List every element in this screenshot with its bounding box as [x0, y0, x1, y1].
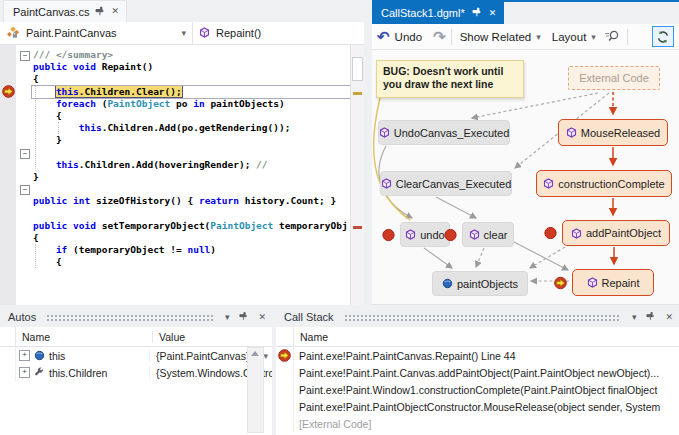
fold-toggle-icon[interactable]: −: [20, 149, 30, 159]
callstack-row[interactable]: Paint.exe!Paint.Window1.constructionComp…: [276, 381, 679, 398]
callstack-row[interactable]: Paint.exe!Paint.PaintObjectConstructor.M…: [276, 398, 679, 415]
undo-icon[interactable]: ↶: [377, 29, 390, 44]
undo-button-label[interactable]: Undo: [395, 31, 423, 43]
gutter-cell: [276, 364, 294, 381]
graph-node-clear[interactable]: clear: [462, 222, 514, 247]
column-header-name[interactable]: Name: [294, 331, 328, 343]
code-editor[interactable]: −/// </summary>public void Repaint(){ th…: [0, 45, 364, 305]
code-line[interactable]: public void setTemporaryObject(PaintObje…: [17, 220, 351, 232]
drag-grip[interactable]: [344, 314, 620, 321]
close-icon[interactable]: ✕: [489, 9, 497, 18]
graph-node-paintobjects[interactable]: paintObjects: [432, 271, 528, 296]
code-line[interactable]: {: [17, 256, 351, 268]
code-line[interactable]: public void Repaint(): [17, 61, 351, 73]
graph-canvas[interactable]: BUG: Doesn't work until you draw the nex…: [372, 50, 679, 305]
graph-node-addpaintobject[interactable]: addPaintObject: [562, 220, 670, 246]
pin-icon[interactable]: [644, 311, 657, 323]
graph-node-clearcanvas-executed[interactable]: ClearCanvas_Executed: [380, 171, 512, 196]
graph-node-constructioncomplete[interactable]: constructionComplete: [536, 170, 672, 197]
graph-node-repaint[interactable]: Repaint: [572, 269, 654, 296]
callstack-row[interactable]: [External Code]: [276, 415, 679, 432]
graph-edge-undo-to-paintobjects[interactable]: [424, 248, 452, 268]
stack-frame-text: Paint.exe!Paint.PaintCanvas.Repaint() Li…: [294, 350, 516, 362]
graph-edge-clear-to-paintobjects[interactable]: [476, 248, 484, 267]
scrollbar-mark-current: [353, 92, 362, 95]
close-icon[interactable]: ✕: [663, 313, 675, 322]
bug-note[interactable]: BUG: Doesn't work until you draw the nex…: [376, 60, 524, 98]
close-icon[interactable]: ✕: [111, 7, 119, 16]
graph-node-undo[interactable]: undo: [400, 222, 450, 247]
callstack-title-bar[interactable]: Call Stack ▾ ✕: [276, 307, 679, 327]
graph-edge-addpaintobject-to-paintobjects[interactable]: [530, 247, 565, 268]
chevron-down-icon[interactable]: ▾: [263, 351, 268, 361]
autos-row[interactable]: +this{Paint.PaintCanvas}▾: [0, 347, 272, 364]
method-icon: [587, 277, 598, 288]
pin-icon[interactable]: [237, 311, 250, 323]
window-position-icon[interactable]: ▾: [630, 313, 639, 322]
editor-scrollbar[interactable]: [350, 45, 364, 305]
zoom-icon[interactable]: [604, 29, 620, 45]
window-position-icon[interactable]: ▾: [223, 313, 232, 322]
method-dropdown[interactable]: Repaint(): [193, 22, 267, 44]
tab-paintcanvas[interactable]: PaintCanvas.cs ✕: [3, 0, 127, 22]
code-line[interactable]: −/// </summary>: [17, 49, 351, 61]
code-line[interactable]: this.Children.Add(po.getRendering());: [17, 122, 351, 134]
tab-callstack-dgml[interactable]: CallStack1.dgml* ✕: [372, 2, 504, 24]
graph-edge-clearcanvas-executed-to-clear[interactable]: [436, 197, 476, 218]
gutter-cell: [0, 364, 16, 381]
code-line[interactable]: this.Children.Clear();: [17, 86, 351, 98]
fold-toggle-icon[interactable]: −: [20, 51, 30, 61]
graph-edge-clear-to-repaint[interactable]: [514, 242, 568, 270]
callstack-row[interactable]: Paint.exe!Paint.PaintCanvas.Repaint() Li…: [276, 347, 679, 364]
code-line[interactable]: −: [17, 183, 351, 195]
graph-edge-note-to-undo[interactable]: [374, 98, 410, 220]
code-line[interactable]: }: [17, 134, 351, 146]
sync-graph-button[interactable]: [652, 26, 674, 47]
show-related-button[interactable]: Show Related ▾: [457, 29, 544, 45]
drag-grip[interactable]: [46, 314, 213, 321]
autos-title-bar[interactable]: Autos ▾ ✕: [0, 307, 272, 327]
class-dropdown[interactable]: Paint.PaintCanvas ▾: [0, 22, 192, 44]
fold-toggle-icon[interactable]: −: [20, 185, 30, 195]
breakpoint-icon[interactable]: [382, 228, 395, 241]
autos-row[interactable]: +this.Children{System.Windows.Controls: [0, 364, 272, 381]
pin-icon[interactable]: [95, 6, 105, 18]
variable-value: {Paint.PaintCanvas}: [156, 350, 249, 362]
code-line[interactable]: {: [17, 73, 351, 85]
code-line[interactable]: public int sizeOfHistory() { reaturn his…: [17, 195, 351, 207]
redo-icon[interactable]: ↷: [433, 29, 446, 44]
column-header-value[interactable]: Value: [153, 331, 272, 343]
autos-panel: Autos ▾ ✕ Name Value +this{Paint.PaintCa…: [0, 307, 272, 435]
code-line[interactable]: {: [17, 110, 351, 122]
code-line[interactable]: {: [17, 232, 351, 244]
code-line[interactable]: if (temporaryObject != null): [17, 244, 351, 256]
close-icon[interactable]: ✕: [256, 313, 268, 322]
layout-button[interactable]: Layout ▾: [549, 29, 599, 45]
code-line[interactable]: this.Children.Add(hoveringRender); //: [17, 159, 351, 171]
code-lines[interactable]: −/// </summary>public void Repaint(){ th…: [17, 49, 351, 305]
code-line[interactable]: [17, 207, 351, 219]
scrollbar-thumb[interactable]: [352, 57, 363, 81]
callstack-header-row: Name: [276, 327, 679, 347]
breakpoint-icon[interactable]: [444, 228, 457, 241]
code-line[interactable]: −: [17, 147, 351, 159]
breakpoint-icon[interactable]: [544, 227, 557, 240]
code-line[interactable]: foreach (PaintObject po in paintObjects): [17, 98, 351, 110]
expander-icon[interactable]: +: [19, 367, 30, 378]
callstack-grid: Name Paint.exe!Paint.PaintCanvas.Repaint…: [276, 327, 679, 435]
code-line[interactable]: }: [17, 171, 351, 183]
tab-title: PaintCanvas.cs: [13, 6, 89, 18]
pin-icon[interactable]: [472, 7, 482, 19]
expander-icon[interactable]: +: [19, 350, 30, 361]
scroll-up-icon[interactable]: [251, 351, 259, 356]
autos-scrollbar[interactable]: [247, 347, 264, 433]
graph-node-external-code[interactable]: External Code: [568, 66, 660, 90]
graph-node-mousereleased[interactable]: MouseReleased: [558, 119, 668, 146]
bug-note-text: BUG: Doesn't work until you draw the nex…: [383, 65, 503, 90]
graph-tabstrip: CallStack1.dgml* ✕: [372, 0, 679, 24]
graph-node-undocanvas-executed[interactable]: UndoCanvas_Executed: [378, 120, 510, 145]
vs-window: PaintCanvas.cs ✕ Paint.PaintCanvas ▾ Rep…: [0, 0, 679, 435]
separator: [627, 29, 628, 45]
column-header-name[interactable]: Name: [16, 331, 153, 343]
callstack-row[interactable]: Paint.exe!Paint.Paint.Canvas.addPaintObj…: [276, 364, 679, 381]
